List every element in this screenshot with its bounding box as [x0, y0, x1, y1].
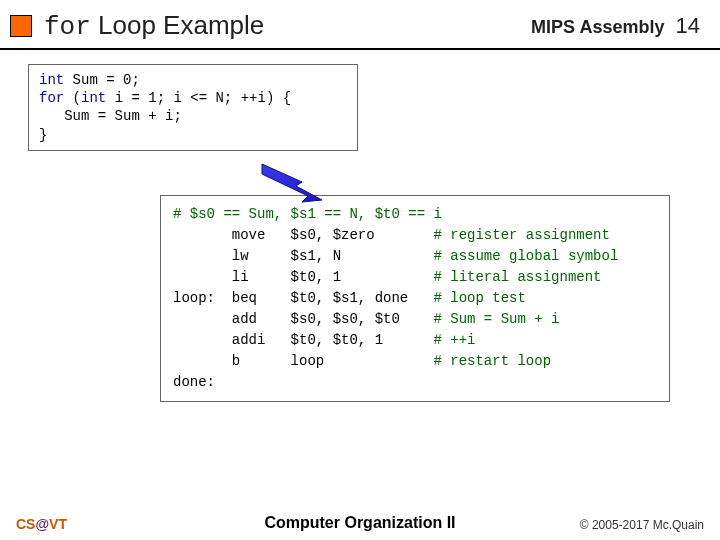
slide-footer: CS@VT Computer Organization II © 2005-20…: [0, 516, 720, 532]
c-kw-for: for: [39, 90, 64, 106]
asm-l1c: # register assignment: [433, 227, 609, 243]
asm-l6c: # ++i: [433, 332, 475, 348]
asm-l1a: move $s0, $zero: [173, 227, 433, 243]
slide: for Loop Example MIPS Assembly 14 int Su…: [0, 0, 720, 540]
arrow-icon: [260, 162, 340, 206]
asm-l8: done:: [173, 374, 215, 390]
c-line3: Sum = Sum + i;: [39, 108, 182, 124]
asm-l6a: addi $t0, $t0, 1: [173, 332, 433, 348]
c-kw-int: int: [39, 72, 64, 88]
asm-l5a: add $s0, $s0, $t0: [173, 311, 433, 327]
header-right: MIPS Assembly 14: [531, 13, 700, 39]
footer-left-pre: CS: [16, 516, 35, 532]
asm-l3c: # literal assignment: [433, 269, 601, 285]
asm-l5c: # Sum = Sum + i: [433, 311, 559, 327]
footer-left: CS@VT: [16, 516, 67, 532]
c-line2-mid: (: [64, 90, 81, 106]
c-line4: }: [39, 127, 47, 143]
asm-l2a: lw $s1, N: [173, 248, 433, 264]
page-number: 14: [676, 13, 700, 38]
footer-right: © 2005-2017 Mc.Quain: [580, 518, 704, 532]
c-line1-rest: Sum = 0;: [64, 72, 140, 88]
c-kw-int2: int: [81, 90, 106, 106]
asm-l7a: b loop: [173, 353, 433, 369]
slide-header: for Loop Example MIPS Assembly 14: [0, 0, 720, 50]
footer-center: Computer Organization II: [264, 514, 455, 532]
asm-l3a: li $t0, 1: [173, 269, 433, 285]
asm-l7c: # restart loop: [433, 353, 551, 369]
c-code-box: int Sum = 0; for (int i = 1; i <= N; ++i…: [28, 64, 358, 151]
asm-l4c: # loop test: [433, 290, 525, 306]
c-line2-rest: i = 1; i <= N; ++i) {: [106, 90, 291, 106]
asm-l0: # $s0 == Sum, $s1 == N, $t0 == i: [173, 206, 442, 222]
asm-l2c: # assume global symbol: [433, 248, 618, 264]
title-rest: Loop Example: [91, 10, 264, 40]
svg-marker-0: [262, 164, 322, 202]
title-code-prefix: for: [44, 12, 91, 42]
header-right-label: MIPS Assembly: [531, 17, 664, 37]
slide-title: for Loop Example: [44, 10, 531, 42]
footer-left-post: VT: [49, 516, 67, 532]
bullet-square-icon: [10, 15, 32, 37]
asm-l4a: loop: beq $t0, $s1, done: [173, 290, 433, 306]
asm-code-box: # $s0 == Sum, $s1 == N, $t0 == i move $s…: [160, 195, 670, 402]
at-icon: @: [35, 516, 49, 532]
